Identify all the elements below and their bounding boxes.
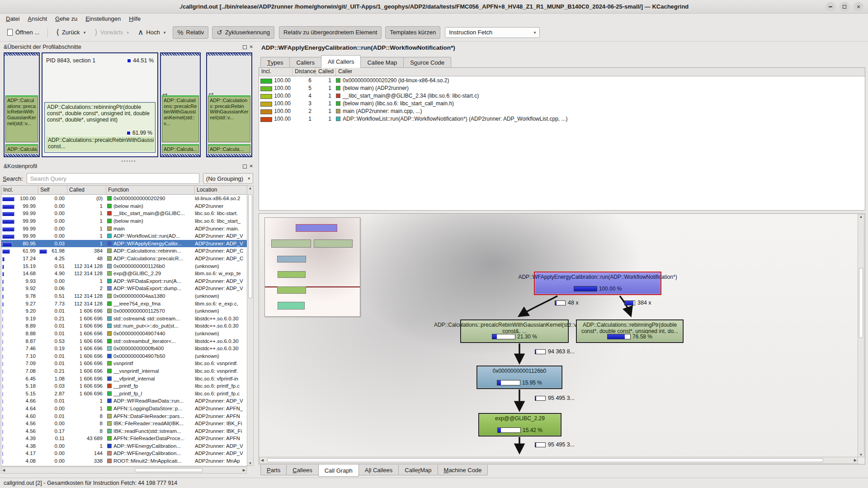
minimize-icon[interactable] [826,2,835,12]
scrollbar-thumb[interactable] [135,468,203,472]
table-row[interactable]: 100.0051(below main) (ADP2runner) [259,84,865,92]
dock-close-icon[interactable]: ✕ [250,45,253,49]
graph-node-current-function[interactable]: ADP::WFApplyEnergyCalibration::run(ADP::… [534,272,661,295]
part-function-box[interactable]: ADP::Calcula... [162,144,199,153]
tab-source-code[interactable]: Source Code [403,57,451,68]
tab-types[interactable]: Types [260,57,290,68]
window-titlebar[interactable]: ./callgrind.out [../bin/release/ADP2runn… [0,0,868,14]
callers-table-header[interactable]: Incl. Distance Called Caller [259,68,865,76]
table-row[interactable]: 7.080.211 606 696__vsnprintf_internallib… [1,367,247,375]
tab-parts[interactable]: Parts [260,465,287,475]
menu-item-ansicht[interactable]: Ansicht [24,14,51,23]
search-input[interactable] [27,173,199,184]
part-overview-pid8843[interactable]: PID 8843, section 1 44.51 % ADP::Calcula… [42,52,158,157]
table-row[interactable]: 8.880.011 606 6960x0000000004907440(unkn… [1,330,247,338]
table-row[interactable]: 9.920.062ADP::WFDataExport::dump...ADP2r… [1,285,247,292]
table-row[interactable]: 7.090.011 606 696vsnprintflibc.so.6: vsn… [1,360,247,367]
dock-float-icon[interactable] [243,164,247,169]
part-overview-pid21197[interactable]: PID 21197, section 1 18.49 % ADP::Calcul… [160,52,201,157]
table-row[interactable]: 9.780.51112 314 1280x0000000004aa1380(un… [1,292,247,300]
grouping-select[interactable]: (No Grouping) ▾ [203,173,253,184]
table-row[interactable]: 7.100.011 606 6960x0000000004907b50(unkn… [1,352,247,360]
table-row[interactable]: 9.200.011 606 6960x0000000000112570(unkn… [1,307,247,315]
table-row[interactable]: 99.990.001(below main)libc.so.6: libc_st… [1,217,247,225]
table-row[interactable]: 99.990.001__libc_start_main@@GLIBC...lib… [1,210,247,217]
table-row[interactable]: 4.560.178IBK::readFunct(std::istream...A… [1,427,247,435]
table-row[interactable]: 4.380.001ADP::WFEnergyCalibration...ADP2… [1,442,247,450]
table-row[interactable]: 100.00610x0000000000020290 (ld-linux-x86… [259,76,865,84]
back-button[interactable]: ⟨ Zurück ▾ [52,26,90,39]
call-graph-panel[interactable]: ADP::WFApplyEnergyCalibration::run(ADP::… [259,213,865,465]
table-row[interactable]: 100.000.00(0)0x0000000000020290ld-linux-… [1,195,247,202]
scrollbar-thumb[interactable] [859,268,863,338]
menu-item-datei[interactable]: Datei [2,14,24,23]
table-row[interactable]: 80.950.031ADP::WFApplyEnergyCalibr...ADP… [1,240,247,248]
scrollbar-thumb[interactable] [267,458,823,462]
table-row[interactable]: 5.180.031 606 696__printf_fplibc.so.6: p… [1,382,247,390]
cost-table-header[interactable]: Incl. Self Called Function Location [1,186,247,195]
table-row[interactable]: 99.990.001mainADP2runner: main. [1,225,247,232]
tab-call-graph[interactable]: Call Graph [318,465,359,477]
tab-all-callers[interactable]: All Callers [321,55,361,68]
table-row[interactable]: 4.640.001APFN::LoggingDataStore::p...ADP… [1,405,247,413]
table-row[interactable]: 99.990.001ADP::WorkflowList::run(AD...AD… [1,232,247,240]
graph-node-precalc[interactable]: ADP::Calculations::precalcRebinWithGauss… [460,319,569,343]
shorten-templates-toggle[interactable]: Templates kürzen [385,26,440,39]
tab-all-callees[interactable]: All Callees [359,465,399,475]
cycle-detection-toggle[interactable]: ↺ Zykluserkennung [212,26,274,39]
table-row[interactable]: 7.460.191 606 6960x00000000000fb400libst… [1,345,247,352]
part-subfunction-box[interactable]: ADP::Calculations::precalcRebinWithGauss… [46,136,154,151]
call-graph-minimap[interactable] [264,217,360,317]
tab-callers[interactable]: Callers [289,57,321,68]
table-row[interactable]: 4.660.011ADP::WFReadRawData::run...ADP2r… [1,397,247,405]
col-called[interactable]: Called [67,186,106,194]
table-row[interactable]: 9.190.211 606 696std::ostream& std::ostr… [1,315,247,323]
open-button[interactable]: Öffnen ... [3,26,44,39]
dock-float-icon[interactable] [243,45,247,49]
forward-button[interactable]: ⟩ Vorwärts ▾ [90,26,133,39]
table-row[interactable]: 6.451.081 606 696__vfprintf_internallibc… [1,375,247,382]
tab-machine-code[interactable]: Machine Code [438,465,488,475]
tab-callees[interactable]: Callees [286,465,318,475]
maximize-icon[interactable] [840,2,849,12]
part-function-box[interactable]: ADP::Calculations::precalcRebinWithGauss… [162,95,199,142]
graph-node-exp[interactable]: exp@@GLIBC_2.29 15.42 % [478,413,561,436]
col-called[interactable]: Called [316,68,336,76]
menu-item-einstellungen[interactable]: Einstellungen [81,14,125,23]
table-row[interactable]: 9.930.001ADP::WFDataExport::run(A...ADP2… [1,277,247,285]
table-row[interactable]: 61.9961.98384ADP::Calculations::rebinnin… [1,247,247,255]
horizontal-scrollbar[interactable]: ◀▶ [1,467,247,474]
table-row[interactable]: 100.0021main (ADP2runner: main.cpp, ...) [259,107,865,115]
part-function-box[interactable]: ADP::Calculations::precalcRebinWithGauss… [208,95,250,142]
graph-node-address[interactable]: 0x00000000001126b0 15.95 % [476,366,562,389]
tab-caller-map[interactable]: Caller Map [398,465,438,475]
part-function-box[interactable]: ADP::Calculations::rebinningPtr(double c… [44,102,156,153]
col-distance[interactable]: Distance [292,68,316,76]
table-row[interactable]: 99.990.001(below main)ADP2runner [1,202,247,210]
table-row[interactable]: 4.560.008IBK::FileReader::readAll(IBK...… [1,420,247,427]
tab-callee-map[interactable]: Callee Map [360,57,404,68]
col-incl[interactable]: Incl. [259,68,292,76]
scrollbar-thumb[interactable] [248,194,252,298]
table-row[interactable]: 15.190.51112 314 1280x00000000001126b0(u… [1,262,247,270]
table-row[interactable]: 14.684.90112 314 128exp@@GLIBC_2.29libm.… [1,270,247,277]
col-self[interactable]: Self [38,186,67,194]
table-row[interactable]: 100.0031(below main) (libc.so.6: libc_st… [259,99,865,107]
table-row[interactable]: 9.277.73112 314 128__ieee754_exp_fmalibm… [1,300,247,307]
table-row[interactable]: 8.870.531 606 696std::ostreambuf_iterato… [1,337,247,345]
table-row[interactable]: 8.890.011 606 696std::num_put<>::do_put(… [1,322,247,330]
table-row[interactable]: 5.152.871 606 696__printf_fp_llibc.so.6:… [1,389,247,397]
table-row[interactable]: 4.390.1143 689APFN::FileReaderDataProce.… [1,435,247,442]
col-location[interactable]: Location [195,186,247,194]
part-overview-pid21653[interactable]: PID 21653, section 1 18.50 % ADP::Calcul… [206,52,252,157]
horizontal-scrollbar[interactable]: ◀▶ [259,457,858,464]
col-caller[interactable]: Caller [336,68,865,76]
table-row[interactable]: 4.170.00144ADP::WFEnergyCalibration...AD… [1,450,247,457]
relative-to-parent-toggle[interactable]: Relativ zu übergeordnetem Element [279,26,382,39]
event-type-select[interactable]: Instruction Fetch ▾ [445,27,540,38]
menu-item-hilfe[interactable]: Hilfe [125,14,145,23]
close-icon[interactable]: ✕ [854,2,863,12]
table-row[interactable]: 4.080.00338ROOT::Minuit2::MnApplicati...… [1,457,247,465]
up-button[interactable]: ∧ Hoch ▾ [133,26,170,39]
part-function-box[interactable]: ADP::Calcula... [208,144,250,153]
